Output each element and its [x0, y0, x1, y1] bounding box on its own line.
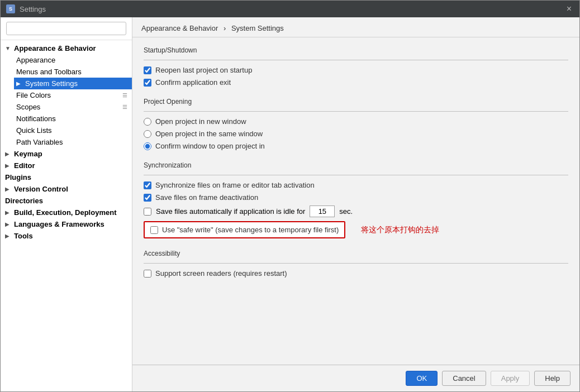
sidebar-item-scopes[interactable]: Scopes ☰: [14, 101, 132, 113]
sidebar-item-label: Version Control: [14, 185, 68, 193]
sidebar-item-label: Plugins: [5, 173, 31, 181]
footer: OK Cancel Apply Help: [132, 365, 579, 391]
sidebar-item-languages-frameworks[interactable]: ▶ Languages & Frameworks: [1, 218, 132, 230]
reopen-label[interactable]: Reopen last project on startup: [144, 66, 252, 74]
section-divider: [144, 175, 568, 175]
confirm-exit-text: Confirm application exit: [155, 78, 231, 87]
sidebar-item-quick-lists[interactable]: Quick Lists: [14, 125, 132, 136]
accessibility-title: Accessibility: [144, 250, 568, 257]
expand-arrow-icon: ▶: [5, 209, 12, 216]
breadcrumb-part2: System Settings: [231, 24, 284, 32]
project-opening-section: Project Opening Open project in new wind…: [144, 98, 568, 150]
sidebar-item-label: File Colors: [16, 91, 51, 99]
breadcrumb-separator: ›: [224, 24, 226, 32]
screen-readers-label[interactable]: Support screen readers (requires restart…: [144, 269, 287, 278]
window-title: Settings: [20, 5, 46, 13]
screen-readers-text: Support screen readers (requires restart…: [155, 269, 287, 278]
main-panel: Appearance & Behavior › System Settings …: [132, 17, 579, 391]
sidebar-item-appearance[interactable]: Appearance: [14, 54, 132, 66]
safe-write-option-row: Use "safe write" (save changes to a temp…: [144, 221, 568, 238]
expand-arrow-icon: ▶: [5, 221, 12, 227]
accessibility-section: Accessibility Support screen readers (re…: [144, 250, 568, 278]
new-window-radio[interactable]: [144, 118, 151, 126]
sidebar-item-directories[interactable]: Directories: [1, 195, 132, 207]
title-bar-left: S Settings: [6, 4, 46, 13]
sidebar-item-version-control[interactable]: ▶ Version Control: [1, 183, 132, 195]
sidebar-item-label: Directories: [5, 197, 43, 205]
ok-button[interactable]: OK: [406, 371, 438, 386]
apply-button[interactable]: Apply: [491, 371, 530, 386]
sidebar-item-label: Appearance: [16, 56, 55, 64]
screen-readers-checkbox[interactable]: [144, 270, 151, 278]
settings-tree: ▼ Appearance & Behavior Appearance Menus…: [1, 40, 132, 391]
title-bar: S Settings ×: [1, 1, 579, 17]
file-icon: ☰: [122, 92, 127, 98]
annotation-text: 将这个原本打钩的去掉: [361, 225, 439, 235]
auto-save-checkbox[interactable]: [144, 208, 151, 216]
sidebar: ▼ Appearance & Behavior Appearance Menus…: [1, 17, 132, 391]
sidebar-item-label: Scopes: [16, 103, 40, 111]
idle-time-suffix: sec.: [339, 207, 353, 216]
same-window-radio[interactable]: [144, 130, 151, 138]
sidebar-item-label: Menus and Toolbars: [16, 68, 82, 76]
search-box: [1, 17, 132, 40]
app-icon: S: [6, 4, 15, 13]
cancel-button[interactable]: Cancel: [442, 371, 486, 386]
expand-arrow-icon: ▶: [16, 80, 23, 87]
new-window-label[interactable]: Open project in new window: [144, 117, 246, 126]
sidebar-item-label: Build, Execution, Deployment: [14, 208, 116, 217]
save-frame-checkbox[interactable]: [144, 194, 151, 202]
confirm-window-option-row: Confirm window to open project in: [144, 142, 568, 150]
panel-header: Appearance & Behavior › System Settings: [132, 17, 579, 37]
search-input[interactable]: [6, 22, 126, 35]
auto-save-text: Save files automatically if application …: [156, 207, 305, 216]
expand-arrow-icon: ▼: [5, 45, 12, 51]
confirm-exit-checkbox[interactable]: [144, 79, 151, 87]
safe-write-checkbox[interactable]: [150, 226, 158, 234]
sidebar-item-label: System Settings: [25, 79, 78, 88]
sidebar-item-tools[interactable]: ▶ Tools: [1, 230, 132, 242]
sidebar-item-path-variables[interactable]: Path Variables: [14, 136, 132, 148]
sidebar-item-label: Languages & Frameworks: [14, 220, 104, 228]
sidebar-item-menus-toolbars[interactable]: Menus and Toolbars: [14, 66, 132, 78]
sidebar-item-label: Tools: [14, 232, 33, 240]
confirm-window-radio[interactable]: [144, 142, 151, 150]
close-button[interactable]: ×: [564, 4, 574, 14]
reopen-checkbox[interactable]: [144, 66, 151, 74]
sidebar-item-build-execution[interactable]: ▶ Build, Execution, Deployment: [1, 207, 132, 218]
new-window-text: Open project in new window: [155, 117, 246, 126]
confirm-window-label[interactable]: Confirm window to open project in: [144, 142, 265, 150]
breadcrumb: Appearance & Behavior › System Settings: [141, 24, 571, 32]
sidebar-item-plugins[interactable]: Plugins: [1, 171, 132, 183]
startup-section: Startup/Shutdown Reopen last project on …: [144, 46, 568, 87]
scopes-icon: ☰: [122, 104, 127, 110]
settings-content: Startup/Shutdown Reopen last project on …: [132, 37, 579, 365]
same-window-text: Open project in the same window: [155, 130, 263, 138]
sync-files-option-row: Synchronize files on frame or editor tab…: [144, 181, 568, 189]
project-opening-title: Project Opening: [144, 98, 568, 106]
sync-files-label[interactable]: Synchronize files on frame or editor tab…: [144, 181, 315, 189]
save-frame-label[interactable]: Save files on frame deactivation: [144, 193, 258, 202]
confirm-window-text: Confirm window to open project in: [155, 142, 265, 150]
same-window-label[interactable]: Open project in the same window: [144, 130, 263, 138]
sync-files-text: Synchronize files on frame or editor tab…: [155, 181, 315, 189]
expand-arrow-icon: ▶: [5, 162, 12, 169]
sidebar-item-notifications[interactable]: Notifications: [14, 113, 132, 125]
sidebar-item-appearance-behavior[interactable]: ▼ Appearance & Behavior Appearance Menus…: [1, 42, 132, 148]
auto-save-option-row: Save files automatically if application …: [144, 205, 568, 217]
expand-arrow-icon: ▶: [5, 151, 12, 157]
breadcrumb-part1: Appearance & Behavior: [141, 24, 218, 32]
sidebar-item-file-colors[interactable]: File Colors ☰: [14, 89, 132, 101]
sidebar-item-label: Path Variables: [16, 138, 63, 146]
confirm-exit-label[interactable]: Confirm application exit: [144, 78, 231, 87]
expand-arrow-icon: ▶: [5, 233, 12, 239]
sync-files-checkbox[interactable]: [144, 181, 151, 189]
sidebar-item-system-settings[interactable]: ▶ System Settings: [14, 78, 132, 89]
expand-arrow-icon: ▶: [5, 186, 12, 192]
sidebar-item-editor[interactable]: ▶ Editor: [1, 160, 132, 171]
sidebar-item-keymap[interactable]: ▶ Keymap: [1, 148, 132, 160]
sidebar-item-label: Quick Lists: [16, 126, 52, 135]
idle-time-input[interactable]: 15: [310, 205, 335, 217]
sidebar-item-label: Keymap: [14, 150, 42, 158]
help-button[interactable]: Help: [534, 371, 571, 386]
